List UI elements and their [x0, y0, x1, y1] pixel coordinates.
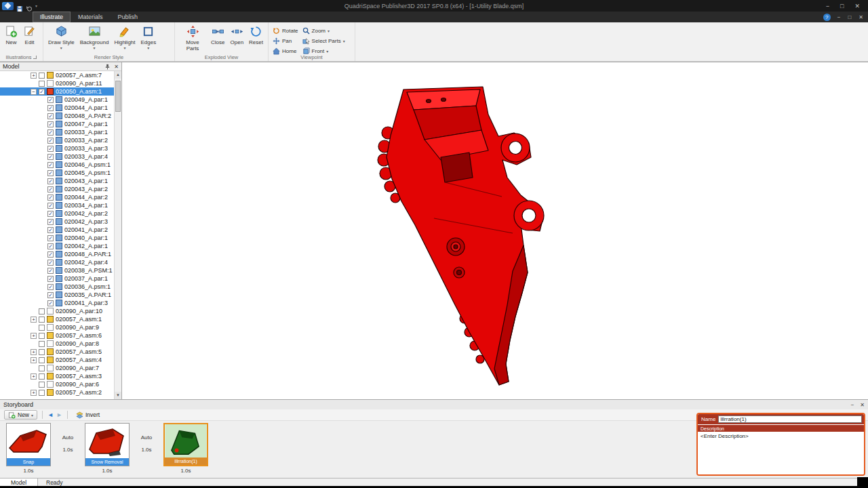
tree-item[interactable]: 020090_A.par:9 — [0, 323, 114, 331]
tree-item[interactable]: ✓020037_A.par:1 — [0, 274, 114, 283]
tree-item[interactable]: ✓020043_A.par:2 — [0, 185, 114, 193]
edit-button[interactable]: Edit — [20, 23, 39, 45]
visibility-checkbox[interactable] — [39, 373, 45, 380]
visibility-checkbox[interactable]: ✓ — [47, 211, 54, 217]
edges-dropdown-icon[interactable]: ▾ — [147, 46, 149, 50]
visibility-checkbox[interactable]: ✓ — [47, 219, 54, 225]
visibility-checkbox[interactable]: ✓ — [47, 300, 54, 306]
tree-item[interactable]: ✓020040_A.par:1 — [0, 234, 114, 242]
model-3d-view[interactable] — [122, 62, 868, 400]
visibility-checkbox[interactable]: ✓ — [47, 268, 54, 274]
frame-box[interactable]: Illrration(1) — [163, 423, 208, 466]
tree-item[interactable]: ✓020034_A.par:1 — [0, 201, 114, 209]
expand-icon[interactable]: + — [31, 390, 37, 396]
name-input[interactable] — [718, 415, 862, 423]
visibility-checkbox[interactable] — [39, 308, 45, 314]
storyboard-frame[interactable]: Snow Removal1.0s — [84, 423, 130, 474]
visibility-checkbox[interactable]: ✓ — [47, 170, 54, 176]
pin-icon[interactable] — [104, 64, 111, 70]
visibility-checkbox[interactable]: ✓ — [47, 121, 54, 127]
tree-item[interactable]: ✓020048_A.PAR:1 — [0, 250, 114, 258]
select-parts-dropdown-icon[interactable]: ▾ — [343, 39, 345, 43]
status-model-tab[interactable]: Model — [0, 479, 38, 487]
tree-item[interactable]: 020090_A.par:7 — [0, 364, 114, 372]
edges-button[interactable]: Edges ▾ — [138, 23, 159, 50]
visibility-checkbox[interactable]: ✓ — [47, 129, 54, 136]
select-parts-button[interactable]: Select Parts ▾ — [300, 37, 347, 45]
visibility-checkbox[interactable]: ✓ — [47, 260, 54, 266]
highlight-button[interactable]: Highlight ▾ — [111, 23, 138, 50]
collapse-icon[interactable]: − — [31, 89, 37, 95]
tree-item[interactable]: ✓020042_A.par:1 — [0, 242, 114, 250]
draw-style-button[interactable]: Draw Style ▾ — [45, 23, 77, 50]
visibility-checkbox[interactable]: ✓ — [47, 251, 54, 258]
storyboard-frame[interactable]: Illrration(1)1.0s — [163, 423, 209, 474]
tree-item[interactable]: ✓020044_A.par:2 — [0, 193, 114, 201]
tree-item[interactable]: 020090_A.par:6 — [0, 380, 114, 388]
visibility-checkbox[interactable]: ✓ — [47, 154, 54, 160]
doc-close-icon[interactable]: ✕ — [859, 14, 863, 20]
front-view-dropdown-icon[interactable]: ▾ — [326, 49, 328, 54]
visibility-checkbox[interactable]: ✓ — [47, 235, 54, 241]
tab-materials[interactable]: Materials — [71, 12, 111, 22]
expand-icon[interactable]: + — [31, 349, 37, 355]
visibility-checkbox[interactable]: ✓ — [47, 105, 54, 111]
tree-item[interactable]: ✓020033_A.par:3 — [0, 144, 114, 152]
visibility-checkbox[interactable]: ✓ — [47, 195, 54, 201]
frame-transition[interactable]: Auto1.0s — [52, 423, 84, 453]
visibility-checkbox[interactable]: ✓ — [47, 162, 54, 168]
visibility-checkbox[interactable] — [39, 81, 45, 87]
viewport[interactable] — [122, 62, 868, 399]
tree-item[interactable]: ✓020042_A.par:4 — [0, 258, 114, 266]
tree-item[interactable]: ✓020042_A.par:2 — [0, 209, 114, 218]
invert-button[interactable]: Invert — [73, 410, 103, 420]
visibility-checkbox[interactable]: ✓ — [47, 243, 54, 249]
visibility-checkbox[interactable]: ✓ — [47, 292, 54, 298]
tree-item[interactable]: ✓020033_A.par:2 — [0, 136, 114, 144]
customize-quick-access-icon[interactable]: ▾ — [35, 3, 37, 8]
visibility-checkbox[interactable]: ✓ — [47, 113, 54, 119]
next-frame-icon[interactable]: ► — [56, 410, 62, 420]
new-button[interactable]: New — [2, 23, 20, 45]
visibility-checkbox[interactable] — [39, 390, 45, 396]
tree-item[interactable]: +020057_A.asm:4 — [0, 356, 114, 364]
storyboard-new-dropdown-icon[interactable]: ▾ — [31, 413, 33, 418]
tree-item[interactable]: +020057_A.asm:5 — [0, 348, 114, 356]
expand-icon[interactable]: + — [31, 357, 37, 363]
background-button[interactable]: Background ▾ — [77, 23, 112, 50]
tree-item[interactable]: +020057_A.asm:7 — [0, 71, 114, 79]
frame-box[interactable]: Snap — [6, 423, 51, 466]
close-exploded-button[interactable]: Close — [208, 23, 227, 45]
tree-item[interactable]: ✓020033_A.par:1 — [0, 128, 114, 136]
maximize-icon[interactable]: □ — [840, 3, 844, 9]
background-dropdown-icon[interactable]: ▾ — [94, 46, 96, 50]
panel-close-icon[interactable]: ✕ — [114, 64, 119, 70]
visibility-checkbox[interactable] — [39, 325, 45, 331]
save-icon[interactable] — [16, 3, 23, 9]
app-icon[interactable] — [2, 2, 14, 10]
close-icon[interactable]: ✕ — [854, 3, 860, 9]
tree-item[interactable]: ✓020045_A.psm:1 — [0, 169, 114, 177]
tree-item[interactable]: 020090_A.par:11 — [0, 79, 114, 87]
dialog-launcher-icon[interactable] — [33, 56, 37, 59]
storyboard-close-icon[interactable]: ✕ — [860, 402, 865, 408]
expand-icon[interactable]: + — [31, 373, 37, 380]
visibility-checkbox[interactable]: ✓ — [47, 178, 54, 184]
visibility-checkbox[interactable] — [39, 349, 45, 355]
expand-icon[interactable]: + — [31, 333, 37, 339]
visibility-checkbox[interactable]: ✓ — [47, 284, 54, 290]
storyboard-new-button[interactable]: New ▾ — [4, 410, 37, 420]
draw-style-dropdown-icon[interactable]: ▾ — [60, 46, 62, 50]
storyboard-collapse-icon[interactable]: − — [851, 402, 854, 408]
tree-item[interactable]: ✓020048_A.PAR:2 — [0, 112, 114, 120]
frame-transition[interactable]: Auto1.0s — [130, 423, 163, 453]
tree-item[interactable]: ✓020033_A.par:4 — [0, 152, 114, 161]
visibility-checkbox[interactable] — [39, 341, 45, 347]
visibility-checkbox[interactable] — [39, 382, 45, 388]
move-parts-button[interactable]: Move Parts — [177, 23, 208, 52]
rotate-button[interactable]: Rotate — [271, 26, 300, 35]
visibility-checkbox[interactable]: ✓ — [47, 276, 54, 282]
tab-illustrate[interactable]: Illustrate — [33, 12, 71, 22]
reset-exploded-button[interactable]: Reset — [246, 23, 266, 45]
tree-item[interactable]: +020057_A.asm:6 — [0, 331, 114, 340]
